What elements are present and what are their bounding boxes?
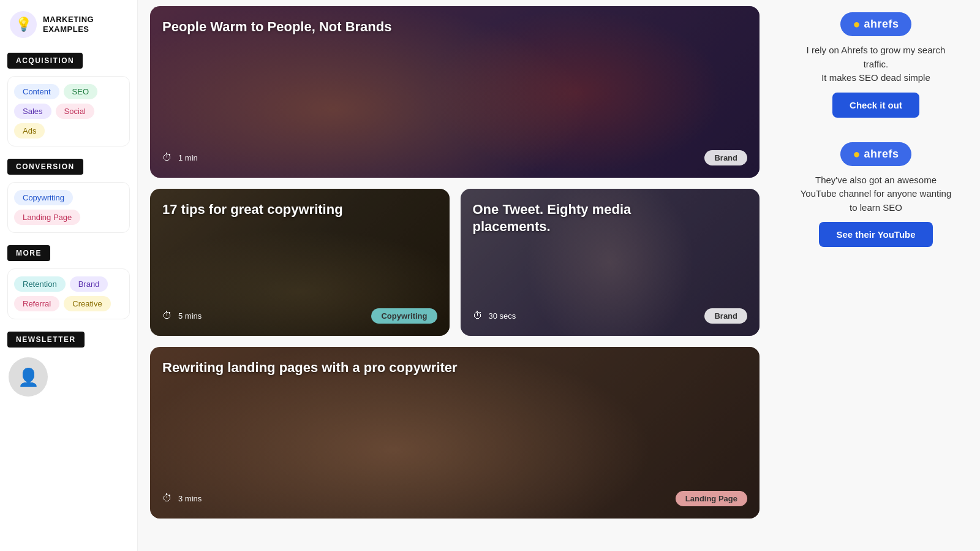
card-tweet[interactable]: One Tweet. Eighty media placements. ⏱ 30… [461, 189, 760, 336]
logo-icon: 💡 [10, 11, 37, 38]
tag-social[interactable]: Social [56, 104, 94, 119]
card-title-people: People Warm to People, Not Brands [162, 18, 601, 36]
ahrefs-text-2: ahrefs [864, 148, 899, 161]
newsletter-avatar: 👤 [9, 357, 48, 397]
tags-box-more: Retention Brand Referral Creative [7, 268, 130, 319]
ahrefs-text-1: ahrefs [864, 18, 899, 31]
main-content: People Warm to People, Not Brands ⏱ 1 mi… [138, 0, 772, 551]
section-label-conversion: CONVERSION [7, 159, 83, 175]
tag-referral[interactable]: Referral [14, 296, 59, 311]
logo-area[interactable]: 💡 MARKETING EXAMPLES [0, 0, 137, 48]
card-people[interactable]: People Warm to People, Not Brands ⏱ 1 mi… [150, 6, 760, 178]
tag-brand[interactable]: Brand [70, 276, 108, 292]
tags-box-conversion: Copywriting Landing Page [7, 182, 130, 233]
tag-retention[interactable]: Retention [14, 276, 66, 292]
time-icon-2: ⏱ [162, 310, 175, 322]
tag-landing-page[interactable]: Landing Page [14, 210, 80, 225]
right-panel: ● ahrefs I rely on Ahrefs to grow my sea… [772, 0, 980, 551]
time-icon-3: ⏱ [473, 310, 485, 322]
tag-content[interactable]: Content [14, 84, 59, 99]
card-tag-copywriting: Copywriting [371, 308, 437, 324]
time-icon-4: ⏱ [162, 493, 175, 505]
section-more: MORE Retention Brand Referral Creative [0, 240, 137, 319]
ad-body-1: I rely on Ahrefs to grow my search traff… [796, 44, 956, 85]
card-title-copywriting: 17 tips for great copywriting [162, 201, 368, 218]
logo-text: MARKETING EXAMPLES [43, 15, 94, 34]
tag-copywriting[interactable]: Copywriting [14, 190, 73, 205]
card-tag-landing: Landing Page [676, 491, 747, 506]
card-row-middle: 17 tips for great copywriting ⏱ 5 mins C… [150, 189, 760, 336]
sidebar: 💡 MARKETING EXAMPLES ACQUISITION Content… [0, 0, 138, 551]
tags-box-acquisition: Content SEO Sales Social Ads [7, 76, 130, 146]
ad-cta-2[interactable]: See their YouTube [819, 222, 932, 247]
card-copywriting[interactable]: 17 tips for great copywriting ⏱ 5 mins C… [150, 189, 450, 336]
section-label-newsletter: NEWSLETTER [7, 332, 85, 348]
card-time-people: ⏱ 1 min [162, 152, 198, 164]
tag-seo[interactable]: SEO [64, 84, 97, 99]
ahrefs-dot-2: ● [853, 147, 860, 161]
section-label-more: MORE [7, 245, 50, 261]
card-title-tweet: One Tweet. Eighty media placements. [473, 201, 679, 235]
ahrefs-logo-1: ● ahrefs [840, 12, 911, 36]
ad-box-2: ● ahrefs They've also got an awesome You… [784, 142, 968, 248]
card-time-tweet: ⏱ 30 secs [473, 310, 516, 322]
section-newsletter: NEWSLETTER 👤 [0, 327, 137, 397]
card-tag-tweet: Brand [704, 308, 747, 324]
section-conversion: CONVERSION Copywriting Landing Page [0, 154, 137, 233]
tag-creative[interactable]: Creative [64, 296, 110, 311]
ad-box-1: ● ahrefs I rely on Ahrefs to grow my sea… [784, 12, 968, 118]
card-tag-people: Brand [704, 150, 747, 165]
card-time-landing: ⏱ 3 mins [162, 493, 202, 505]
ahrefs-dot-1: ● [853, 17, 860, 31]
ahrefs-logo-2: ● ahrefs [840, 142, 911, 166]
card-time-copywriting: ⏱ 5 mins [162, 310, 202, 322]
card-landing[interactable]: Rewriting landing pages with a pro copyw… [150, 347, 760, 519]
ad-cta-1[interactable]: Check it out [832, 93, 919, 118]
time-icon: ⏱ [162, 152, 175, 164]
section-acquisition: ACQUISITION Content SEO Sales Social Ads [0, 48, 137, 146]
section-label-acquisition: ACQUISITION [7, 53, 83, 69]
ad-body-2: They've also got an awesome YouTube chan… [796, 173, 956, 215]
tag-sales[interactable]: Sales [14, 104, 51, 119]
card-title-landing: Rewriting landing pages with a pro copyw… [162, 359, 601, 376]
tag-ads[interactable]: Ads [14, 123, 45, 139]
